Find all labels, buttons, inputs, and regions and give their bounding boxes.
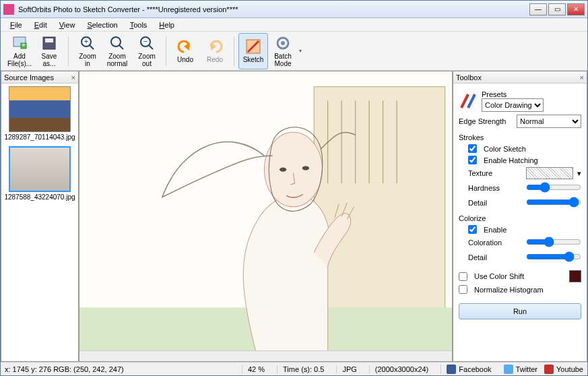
edge-strength-select[interactable]: Normal [517, 115, 581, 128]
status-dimensions: (2000x3000x24) [369, 365, 434, 373]
presets-icon [459, 92, 478, 111]
zoom-normal-label: Zoomnormal [107, 53, 128, 67]
panel-close-icon[interactable]: × [580, 73, 584, 82]
menu-view[interactable]: View [54, 20, 81, 30]
sketch-label: Sketch [243, 56, 264, 63]
toolbar-separator [166, 36, 166, 66]
detail-label: Detail [468, 199, 522, 207]
color-sketch-checkbox[interactable] [468, 144, 477, 153]
colorize-section-label: Colorize [459, 214, 581, 222]
detail2-slider[interactable] [526, 251, 581, 262]
zoom-normal-icon [109, 35, 125, 51]
svg-marker-14 [211, 42, 216, 51]
zoom-in-label: Zoomin [79, 53, 96, 67]
normalize-histogram-checkbox[interactable] [459, 285, 467, 294]
sketch-icon [245, 38, 261, 55]
coloration-label: Coloration [468, 239, 522, 247]
menu-edit[interactable]: Edit [29, 20, 53, 30]
svg-point-18 [281, 41, 285, 45]
strokes-section-label: Strokes [459, 133, 581, 142]
undo-button[interactable]: Undo [170, 33, 200, 69]
thumbnail-label: 1289287_70114043.jpg [4, 133, 75, 141]
color-shift-label: Use Color Shift [474, 272, 524, 280]
twitter-icon [504, 365, 513, 374]
toolbox-panel: Toolbox × Presets Color Drawing Edge Str… [453, 71, 587, 362]
toolbar-overflow[interactable]: ▾ [298, 48, 303, 54]
menubar: File Edit View Selection Tools Help [1, 18, 587, 32]
add-files-icon: + [11, 35, 28, 51]
canvas[interactable] [79, 71, 452, 350]
save-as-button[interactable]: Saveas... [34, 33, 64, 69]
toolbar-separator [234, 36, 234, 66]
svg-point-8 [111, 37, 121, 46]
maximize-button[interactable]: ▭ [548, 3, 566, 15]
titlebar: SoftOrbits Photo to Sketch Converter - *… [1, 1, 587, 18]
source-images-panel: Source Images × 1289287_70114043.jpg 128… [1, 71, 79, 362]
undo-label: Undo [177, 56, 193, 63]
status-format: JPG [336, 365, 362, 373]
colorize-enable-checkbox[interactable] [468, 225, 477, 234]
social-twitter[interactable]: Twitter [504, 365, 537, 374]
presets-select[interactable]: Color Drawing [482, 98, 544, 112]
svg-marker-13 [184, 42, 189, 51]
social-facebook[interactable]: Facebook [440, 365, 496, 374]
menu-file[interactable]: File [5, 20, 28, 30]
save-icon [41, 35, 57, 51]
color-shift-swatch[interactable] [569, 270, 581, 282]
thumbnail-image [9, 86, 71, 132]
thumbnail-item[interactable]: 1287588_43224070.jpg [4, 146, 75, 201]
zoom-in-button[interactable]: + Zoomin [73, 33, 102, 69]
undo-icon [177, 38, 193, 55]
add-files-button[interactable]: + AddFile(s)... [5, 33, 34, 69]
facebook-icon [447, 365, 456, 374]
enable-hatching-checkbox[interactable] [468, 156, 477, 164]
svg-rect-20 [314, 87, 445, 321]
zoom-normal-button[interactable]: Zoomnormal [102, 33, 132, 69]
texture-swatch[interactable] [526, 167, 573, 179]
redo-label: Redo [207, 56, 223, 63]
color-sketch-label: Color Sketch [484, 145, 526, 153]
thumbnail-item[interactable]: 1289287_70114043.jpg [4, 86, 75, 141]
sketch-button[interactable]: Sketch [238, 33, 268, 69]
toolbar: + AddFile(s)... Saveas... + Zoomin Zoomn… [1, 32, 587, 71]
detail2-label: Detail [468, 253, 522, 261]
zoom-out-label: Zoomout [138, 53, 156, 67]
svg-line-6 [90, 45, 94, 49]
run-button[interactable]: Run [459, 303, 581, 319]
zoom-out-icon: − [139, 35, 155, 51]
thumbnail-image [9, 146, 71, 192]
youtube-icon [544, 365, 554, 374]
sketch-preview [79, 71, 452, 350]
menu-tools[interactable]: Tools [125, 20, 153, 30]
redo-icon [207, 38, 223, 55]
status-coords: x: 1745 y: 276 RGB: (250, 242, 247) [5, 365, 124, 373]
menu-help[interactable]: Help [154, 20, 180, 30]
toolbox-title: Toolbox [456, 73, 482, 82]
detail-slider[interactable] [526, 197, 581, 208]
edge-strength-label: Edge Strength [459, 117, 513, 125]
menu-selection[interactable]: Selection [81, 20, 123, 30]
batch-mode-button[interactable]: BatchMode [268, 33, 298, 69]
texture-dropdown-icon[interactable]: ▾ [577, 169, 581, 178]
color-shift-checkbox[interactable] [459, 272, 467, 281]
coloration-slider[interactable] [526, 237, 581, 247]
svg-text:−: − [143, 37, 148, 45]
save-as-label: Saveas... [42, 53, 57, 67]
enable-hatching-label: Enable Hatching [484, 156, 538, 164]
redo-button[interactable]: Redo [200, 33, 230, 69]
canvas-area [79, 71, 453, 362]
svg-line-32 [468, 94, 475, 108]
thumbnail-label: 1287588_43224070.jpg [4, 193, 75, 201]
close-button[interactable]: ✕ [567, 3, 585, 15]
toolbar-separator [68, 36, 69, 66]
menu-file-label: ile [15, 21, 22, 29]
svg-text:+: + [22, 40, 26, 49]
social-youtube[interactable]: Youtube [544, 365, 583, 374]
horizontal-scrollbar[interactable] [79, 350, 452, 361]
zoom-out-button[interactable]: − Zoomout [132, 33, 162, 69]
gear-icon [275, 35, 291, 51]
minimize-button[interactable]: — [529, 3, 547, 15]
panel-close-icon[interactable]: × [71, 73, 75, 82]
hardness-slider[interactable] [526, 182, 581, 193]
svg-point-30 [302, 166, 309, 170]
